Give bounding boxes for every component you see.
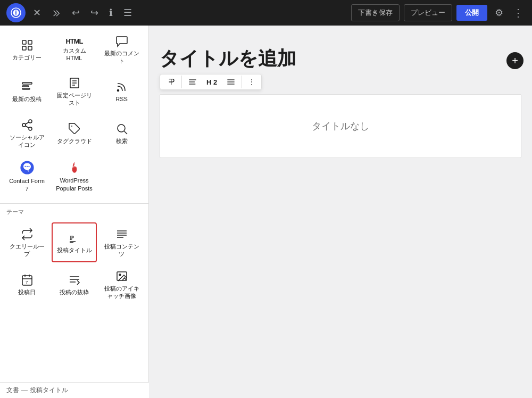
block-grid-theme: クエリーループ P 投稿タイトル [0,218,148,309]
block-label-post-title: 投稿タイトル [57,246,92,254]
svg-rect-3 [22,46,26,50]
svg-line-17 [25,122,29,124]
post-content-icon [115,228,128,241]
svg-rect-7 [22,88,30,89]
block-label-contact-form: Contact Form7 [9,177,45,193]
block-label-post-excerpt: 投稿の抜粋 [60,288,89,296]
block-label-rss: RSS [115,95,128,103]
block-item-search[interactable]: 検索 [99,113,144,153]
block-toolbar: H 2 ⋮ [160,74,262,90]
block-item-latest-comments[interactable]: 最新のコメント [99,30,144,69]
page-title: タイトルを追加 [160,47,521,70]
block-label-custom-html: カスタムHTML [63,47,86,62]
svg-rect-4 [28,46,32,50]
svg-rect-5 [22,82,32,84]
topbar: ✕ ↩ ↪ ℹ ☰ 下書き保存 プレビュー 公開 ⚙ ⋮ [0,0,532,26]
block-item-query-loop[interactable]: クエリーループ [4,222,49,262]
toolbar-separator-1 [181,76,182,88]
block-item-custom-html[interactable]: HTML カスタムHTML [52,30,97,69]
list-view-icon[interactable]: ☰ [120,4,135,22]
content-block[interactable]: タイトルなし [160,94,521,158]
block-item-post-date[interactable]: 7 投稿日 [4,264,49,304]
wp-logo[interactable] [6,3,26,22]
block-item-social-icons[interactable]: ソーシャルアイコン [4,113,49,153]
comment-icon [115,35,128,47]
more-options-icon[interactable]: ⋮ [511,4,526,21]
paragraph-button[interactable] [162,76,179,88]
svg-point-13 [29,120,32,123]
svg-rect-2 [28,40,32,44]
heading-label: H 2 [206,78,217,86]
tag-icon [68,122,81,135]
content-placeholder: タイトルなし [312,120,369,132]
block-grid-widgets: カテゴリー HTML カスタムHTML 最新のコメント [0,26,148,201]
block-item-latest-posts[interactable]: 最新の投稿 [4,71,49,111]
topbar-right: 下書き保存 プレビュー 公開 ⚙ ⋮ [351,4,526,22]
heading-button[interactable]: H 2 [202,76,221,88]
svg-rect-1 [22,40,26,44]
block-item-post-title[interactable]: P 投稿タイトル [52,222,97,262]
block-label-latest-comments: 最新のコメント [104,49,139,65]
block-item-post-featured-image[interactable]: 投稿のアイキャッチ画像 [99,264,144,304]
block-item-post-content[interactable]: 投稿コンテンツ [99,222,144,262]
info-icon[interactable]: ℹ [106,4,116,22]
block-item-category[interactable]: カテゴリー [4,30,49,69]
canvas-inner: タイトルを追加 H 2 [160,47,521,158]
block-label-tag-cloud: タグクラウド [57,137,92,145]
svg-point-12 [117,90,119,92]
block-label-post-content: 投稿コンテンツ [104,243,139,258]
svg-point-41 [119,274,121,276]
add-block-button[interactable]: + [506,52,523,69]
fire-icon [68,161,81,175]
contact-form-icon [20,160,35,175]
block-label-search: 検索 [116,137,128,145]
loop-icon [21,228,34,241]
rss-icon [115,80,128,93]
preview-button[interactable]: プレビュー [404,4,452,21]
redo-icon[interactable]: ↪ [87,4,102,22]
block-label-page-list: 固定ページリスト [57,92,92,107]
title-block[interactable]: タイトルを追加 [160,47,521,70]
svg-point-22 [24,166,26,167]
undo-icon[interactable]: ↩ [69,4,83,22]
svg-line-16 [25,126,29,128]
lines-button[interactable] [222,76,239,88]
section-theme-label: テーマ [0,203,148,218]
block-label-category: カテゴリー [12,54,41,61]
block-item-tag-cloud[interactable]: タグクラウド [52,113,97,153]
align-button[interactable] [184,76,201,88]
tools-icon[interactable] [48,4,64,22]
breadcrumb-document: 文書 [6,386,19,395]
block-item-post-excerpt[interactable]: 投稿の抜粋 [52,264,97,304]
more-options-button[interactable]: ⋮ [244,76,259,88]
block-label-wp-popular-posts: WordPressPopular Posts [56,177,92,192]
block-label-query-loop: クエリーループ [10,243,45,258]
block-item-contact-form[interactable]: Contact Form7 [4,155,49,197]
post-title-icon: P [68,231,81,244]
svg-point-24 [28,166,29,167]
settings-icon[interactable]: ⚙ [492,4,506,22]
publish-button[interactable]: 公開 [456,5,487,21]
main-layout: カテゴリー HTML カスタムHTML 最新のコメント [0,0,532,398]
grid-icon [21,39,34,52]
search-icon [115,122,128,135]
svg-point-15 [29,127,32,130]
save-draft-button[interactable]: 下書き保存 [351,4,400,21]
svg-point-19 [118,125,125,132]
svg-text:7: 7 [26,280,28,285]
block-item-page-list[interactable]: 固定ページリスト [52,71,97,111]
posts-icon [21,80,34,93]
html-icon: HTML [65,38,82,45]
svg-point-23 [26,166,27,167]
topbar-left: ✕ ↩ ↪ ℹ ☰ [6,3,135,22]
block-label-post-featured-image: 投稿のアイキャッチ画像 [104,285,139,300]
close-icon[interactable]: ✕ [30,4,44,22]
svg-text:P: P [70,234,74,242]
breadcrumb-post-title: 投稿タイトル [30,386,68,395]
post-date-icon: 7 [21,273,34,286]
svg-rect-6 [22,86,29,87]
block-item-wp-popular-posts[interactable]: WordPressPopular Posts [52,155,97,197]
breadcrumb-separator: — [21,387,28,394]
block-label-social-icons: ソーシャルアイコン [10,134,45,149]
block-item-rss[interactable]: RSS [99,71,144,111]
